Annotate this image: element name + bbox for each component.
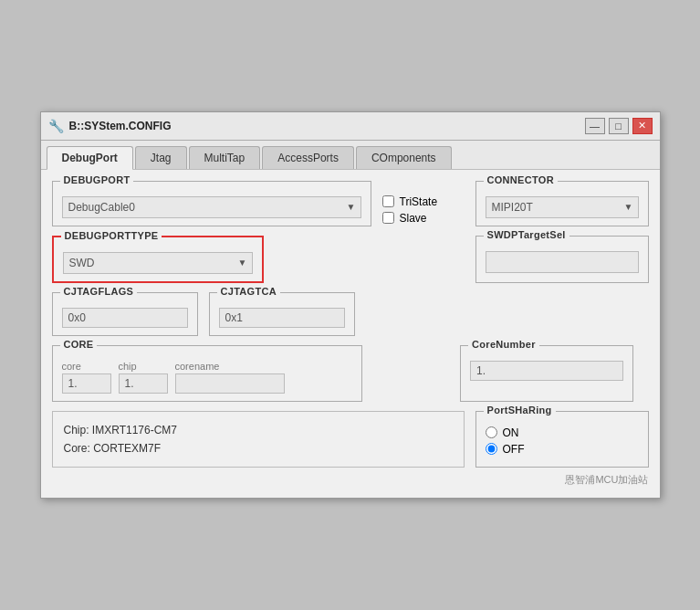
close-button[interactable]: ✕ (632, 118, 653, 134)
slave-checkbox[interactable] (382, 212, 394, 224)
connector-legend: CONNECTOR (484, 174, 558, 185)
minimize-button[interactable]: — (585, 118, 605, 134)
debugporttype-legend: DEBUGPORTTYPE (61, 230, 162, 241)
cjtagtca-legend: CJTAGTCA (217, 286, 280, 297)
checkbox-group: TriState Slave (382, 181, 465, 226)
connector-select-wrapper: MIPI20T ▼ (486, 196, 639, 218)
core-fieldset: CORE core chip corename (52, 345, 362, 402)
tab-multitap[interactable]: MultiTap (189, 146, 261, 169)
core-field-core: core (62, 361, 111, 394)
core-core-label: core (62, 361, 111, 372)
debugport-legend: DEBUGPORT (60, 174, 134, 185)
tab-debugport[interactable]: DebugPort (47, 146, 133, 170)
debugporttype-select[interactable]: SWD (63, 252, 253, 274)
corenumber-input[interactable] (470, 361, 623, 381)
app-icon: 🔧 (48, 119, 64, 133)
core-fields: core chip corename (62, 361, 352, 394)
row-4: CORE core chip corename (52, 345, 649, 402)
info-chip: Chip: IMXRT1176-CM7 (64, 421, 453, 439)
corenumber-legend: CoreNumber (468, 339, 539, 350)
core-corename-label: corename (175, 361, 285, 372)
info-core: Core: CORTEXM7F (64, 439, 453, 458)
tristate-checkbox[interactable] (382, 195, 394, 207)
row-3: CJTAGFLAGS CJTAGTCA (52, 292, 649, 336)
debugporttype-select-wrapper: SWD ▼ (63, 252, 253, 274)
content-area: DEBUGPORT DebugCable0 ▼ TriState Slave (41, 170, 660, 499)
window-title: B::SYStem.CONFIG (69, 120, 172, 132)
cjtagflags-input[interactable] (62, 308, 188, 328)
cjtagtca-input[interactable] (219, 308, 345, 328)
row-2: DEBUGPORTTYPE SWD ▼ SWDPTargetSel (52, 236, 649, 283)
swdp-legend: SWDPTargetSel (484, 229, 569, 240)
info-box: Chip: IMXRT1176-CM7 Core: CORTEXM7F (52, 411, 465, 468)
core-core-input[interactable] (62, 373, 111, 394)
tristate-label: TriState (400, 195, 438, 208)
swdp-fieldset: SWDPTargetSel (475, 236, 649, 283)
core-field-chip: chip (119, 361, 168, 394)
tab-jtag[interactable]: Jtag (135, 146, 187, 169)
debugporttype-fieldset: DEBUGPORTTYPE SWD ▼ (52, 236, 264, 283)
connector-select[interactable]: MIPI20T (486, 196, 639, 218)
debugport-select-wrapper: DebugCable0 ▼ (62, 196, 361, 218)
portsharing-on-label: ON (503, 426, 519, 439)
tabs-bar: DebugPort Jtag MultiTap AccessPorts COmp… (41, 141, 660, 170)
cjtagflags-fieldset: CJTAGFLAGS (52, 292, 198, 336)
portsharing-off-item: OFF (486, 443, 639, 456)
portsharing-off-label: OFF (503, 443, 525, 456)
cjtagflags-legend: CJTAGFLAGS (60, 286, 138, 297)
watermark: 恩智浦MCU加油站 (52, 473, 649, 487)
swdp-input[interactable] (486, 251, 639, 273)
tab-accessports[interactable]: AccessPorts (262, 146, 354, 169)
core-corename-input[interactable] (175, 373, 285, 394)
bottom-row: Chip: IMXRT1176-CM7 Core: CORTEXM7F Port… (52, 411, 649, 468)
corenumber-fieldset: CoreNumber (460, 345, 633, 402)
row2-spacer (275, 236, 465, 283)
row-1: DEBUGPORT DebugCable0 ▼ TriState Slave (52, 181, 649, 226)
debugport-select[interactable]: DebugCable0 (62, 196, 361, 218)
tristate-item: TriState (382, 195, 465, 208)
portsharing-off-radio[interactable] (486, 443, 497, 455)
slave-item: Slave (382, 212, 465, 225)
portsharing-on-item: ON (486, 426, 639, 439)
portsharing-fieldset: PortSHaRing ON OFF (475, 411, 649, 468)
portsharing-on-radio[interactable] (486, 426, 497, 438)
core-field-corename: corename (175, 361, 285, 394)
portsharing-radio-group: ON OFF (486, 423, 639, 456)
connector-fieldset: CONNECTOR MIPI20T ▼ (475, 181, 649, 226)
info-box-wrapper: Chip: IMXRT1176-CM7 Core: CORTEXM7F (52, 411, 465, 468)
core-chip-label: chip (119, 361, 168, 372)
maximize-button[interactable]: □ (609, 118, 629, 134)
title-bar-left: 🔧 B::SYStem.CONFIG (48, 119, 172, 133)
title-bar: 🔧 B::SYStem.CONFIG — □ ✕ (41, 112, 660, 141)
row4-spacer (373, 345, 450, 402)
core-legend: CORE (60, 339, 98, 350)
tab-components[interactable]: COmponents (356, 146, 452, 169)
portsharing-legend: PortSHaRing (484, 405, 556, 415)
core-chip-input[interactable] (119, 373, 168, 394)
cjtagtca-fieldset: CJTAGTCA (209, 292, 355, 336)
slave-label: Slave (400, 212, 427, 225)
row3-spacer (366, 292, 649, 336)
title-bar-buttons: — □ ✕ (585, 118, 653, 134)
debugport-fieldset: DEBUGPORT DebugCable0 ▼ (52, 181, 371, 226)
main-window: 🔧 B::SYStem.CONFIG — □ ✕ DebugPort Jtag … (40, 111, 661, 500)
